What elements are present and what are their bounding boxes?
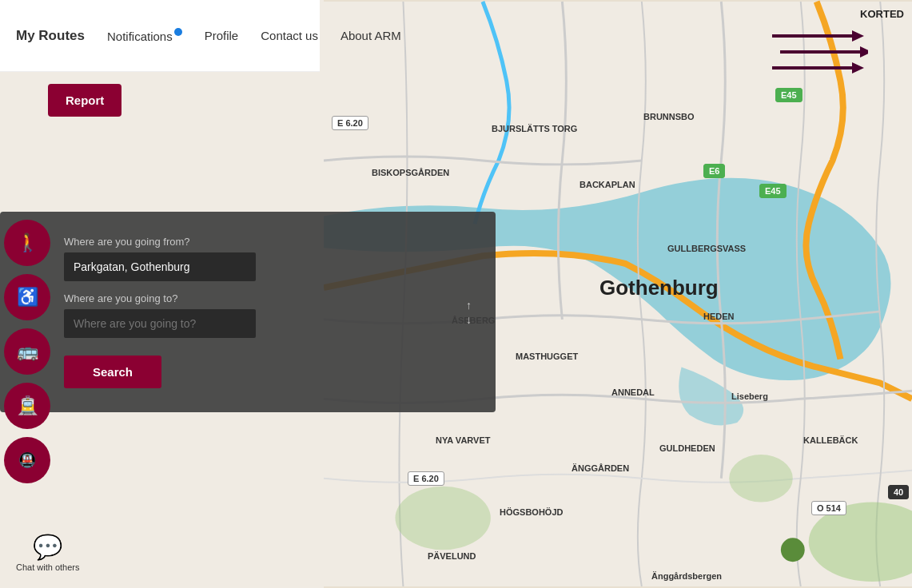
metro-mode-icon[interactable]: 🚇 xyxy=(4,437,50,483)
notification-dot xyxy=(174,28,182,36)
nav-notifications[interactable]: Notifications xyxy=(107,28,182,43)
svg-marker-10 xyxy=(852,62,864,74)
chat-widget[interactable]: 💬 Chat with others xyxy=(16,533,79,572)
nav-contact-us[interactable]: Contact us xyxy=(261,29,318,42)
svg-point-3 xyxy=(729,455,793,503)
korted-sign: KORTED xyxy=(860,8,904,20)
bus-mode-icon[interactable]: 🚌 xyxy=(4,328,50,375)
road-badge-e620-south: E 6.20 xyxy=(408,471,444,486)
road-badge-e6: E6 xyxy=(703,164,725,178)
from-input[interactable] xyxy=(64,252,256,281)
to-input[interactable] xyxy=(64,309,256,338)
svg-marker-6 xyxy=(852,30,864,42)
down-arrow-icon: ↓ xyxy=(466,313,472,326)
tram-mode-icon[interactable]: 🚊 xyxy=(4,383,50,429)
transport-sidebar: 🚶 ♿ 🚌 🚊 🚇 xyxy=(0,216,54,487)
search-button[interactable]: Search xyxy=(64,356,161,388)
road-badge-e45-north: E45 xyxy=(775,88,802,102)
road-badge-e45-mid: E45 xyxy=(759,184,787,198)
svg-point-4 xyxy=(781,538,805,562)
up-arrow-icon: ↑ xyxy=(466,299,472,312)
chat-icon: 💬 xyxy=(33,533,62,561)
search-panel: Where are you going from? ↑ ↓ Where are … xyxy=(0,212,496,412)
walker-mode-icon[interactable]: 🚶 xyxy=(4,220,50,266)
svg-point-2 xyxy=(396,487,491,550)
from-label: Where are you going from? xyxy=(64,236,448,248)
nav-my-routes[interactable]: My Routes xyxy=(16,28,85,44)
nav-profile[interactable]: Profile xyxy=(205,29,239,42)
road-badge-o514: O 514 xyxy=(811,501,846,515)
road-badge-e620-north: E 6.20 xyxy=(332,116,368,130)
road-badge-40: 40 xyxy=(888,485,909,499)
swap-button[interactable]: ↑ ↓ xyxy=(466,299,472,326)
navigation-arrows[interactable] xyxy=(772,24,868,83)
wheelchair-mode-icon[interactable]: ♿ xyxy=(4,274,50,320)
svg-marker-8 xyxy=(860,46,868,58)
chat-label: Chat with others xyxy=(16,562,79,572)
report-button[interactable]: Report xyxy=(48,84,121,117)
nav-about-arm[interactable]: About ARM xyxy=(341,29,401,42)
header: My Routes Notifications Profile Contact … xyxy=(0,0,320,72)
to-label: Where are you going to? xyxy=(64,292,448,304)
